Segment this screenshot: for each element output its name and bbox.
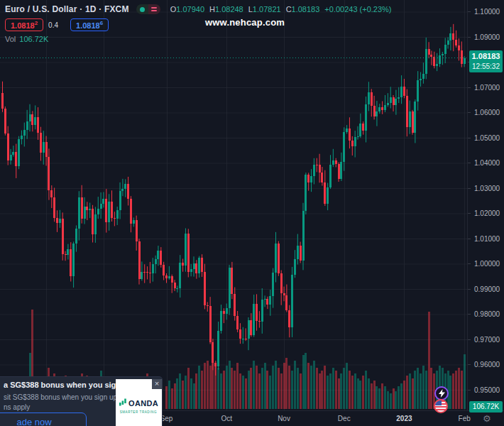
flag-canton [435,400,442,405]
live-status-icon [140,7,145,12]
price-tick-label: 1.10000 [468,9,504,16]
ad-subline: sit SG$388 bonus when you sign up. [4,393,119,401]
time-tick-label: Oct [221,415,232,422]
price-tick-label: 1.02000 [468,210,504,217]
price-tick-label: 0.99000 [468,286,504,293]
volume-value: 106.72K [19,35,48,43]
time-tick-label: Feb [459,415,471,422]
last-price-label: 1.08183 12:55:32 [469,50,503,72]
ad-banner[interactable]: a SG$388 bonus when you sign up. sit SG$… [0,377,162,426]
price-tick-label: 1.07000 [468,84,504,92]
price-tick-label: 0.97000 [468,337,504,344]
price-scale[interactable]: 0.950000.960000.970000.980000.990001.000… [467,0,504,410]
ad-terms: ns apply [4,403,30,411]
volume-indicator-legend[interactable]: Vol106.72K [5,35,397,43]
buy-ask-button[interactable]: 1.08186 [70,18,109,32]
symbol-title[interactable]: Euro / U.S. Dollar · 1D · FXCM [5,4,129,14]
price-tick-label: 0.95000 [468,387,504,394]
time-tick-label: Nov [278,415,290,422]
gear-icon[interactable]: ⚙ [483,413,491,424]
spread-value: 0.4 [48,21,58,29]
open-value: 1.07940 [176,5,204,13]
close-value: 1.08183 [292,5,320,13]
price-tick-label: 1.04000 [468,160,504,167]
market-status-pill[interactable] [136,4,160,14]
time-tick-label: 2023 [396,415,412,422]
us-flag-event-icon[interactable] [434,399,448,413]
price-tick-label: 0.98000 [468,311,504,318]
price-tick-label: 0.96000 [468,361,504,368]
volume-axis-label: 106.72K [469,401,503,413]
chart-legend: Euro / U.S. Dollar · 1D · FXCM O1.07940 … [5,3,397,43]
time-tick-label: Dec [338,415,351,422]
close-icon[interactable]: × [152,379,162,389]
bar-countdown: 12:55:32 [469,62,503,71]
oanda-logo: OANDA SMARTER TRADING [116,396,162,414]
trade-now-button[interactable]: ade now [0,413,87,426]
price-tick-label: 1.00000 [468,261,504,268]
time-tick-label: Sep [160,415,173,422]
price-tick-label: 1.06000 [468,109,504,116]
economic-event-lightning-icon[interactable] [434,386,449,400]
price-tick-label: 1.01000 [468,236,504,243]
oanda-candle-icon [119,397,127,410]
sell-bid-button[interactable]: 1.08182 [5,18,43,32]
advertiser-logo-panel[interactable]: × OANDA SMARTER TRADING [116,379,162,426]
price-tick-label: 1.09000 [468,34,504,41]
high-value: 1.08248 [215,5,243,13]
delayed-data-icon [148,4,160,14]
ad-headline: a SG$388 bonus when you sign up. [4,381,114,390]
low-value: 1.07821 [253,5,281,13]
price-tick-label: 1.03000 [468,185,504,192]
price-tick-label: 1.05000 [468,135,504,142]
ohlc-values: O1.07940 H1.08248 L1.07821 C1.08183 +0.0… [170,5,397,13]
trading-chart-window: Euro / U.S. Dollar · 1D · FXCM O1.07940 … [0,0,504,426]
price-chart-canvas[interactable] [0,0,467,410]
change-value: +0.00243 (+0.23%) [324,5,391,13]
